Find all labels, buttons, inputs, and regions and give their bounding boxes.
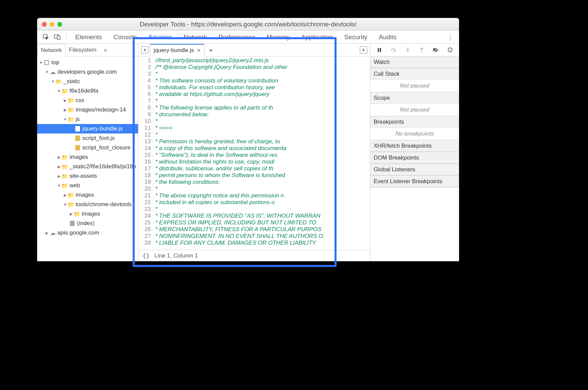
- pause-on-exceptions-icon[interactable]: [446, 46, 454, 54]
- tree-row-jquery-bundle[interactable]: jquery-bundle.js: [37, 124, 138, 133]
- cursor-position: Line 1, Column 1: [155, 252, 198, 259]
- inspect-element-icon[interactable]: [41, 32, 51, 42]
- folder-icon: 📁: [61, 182, 68, 189]
- code-viewer[interactable]: 1234567891011121314151617181920212223242…: [138, 56, 370, 250]
- folder-icon: 📁: [61, 164, 68, 170]
- tab-application[interactable]: Application: [297, 31, 338, 43]
- navigator-menu-icon[interactable]: ⋮: [128, 46, 138, 53]
- tree-row-top[interactable]: ▼top: [37, 58, 138, 67]
- tree-row-images1[interactable]: ▶📁images: [37, 152, 138, 162]
- xhr-header[interactable]: XHR/fetch Breakpoints: [370, 140, 459, 152]
- callstack-header[interactable]: Call Stack: [370, 68, 459, 80]
- scope-header[interactable]: Scope: [370, 92, 459, 104]
- svg-rect-2: [57, 36, 60, 40]
- global-header[interactable]: Global Listeners: [370, 164, 459, 175]
- pretty-print-icon[interactable]: {}: [142, 252, 150, 259]
- tree-row-static[interactable]: ▼📁_static: [37, 77, 138, 86]
- folder-icon: 📁: [68, 97, 74, 104]
- svg-point-6: [407, 51, 408, 52]
- folder-icon: 📁: [68, 201, 74, 208]
- svg-rect-3: [378, 48, 379, 52]
- file-icon: [74, 145, 81, 150]
- navigator-pane: Network Filesystem » ⋮ ▼top ▼☁developers…: [37, 44, 138, 261]
- editor-tabs: jquery-bundle.js ✕ »: [138, 44, 370, 56]
- separator: [66, 33, 66, 41]
- navigator-tab-filesystem[interactable]: Filesystem: [65, 44, 100, 56]
- device-toolbar-icon[interactable]: [53, 32, 62, 42]
- window-title: Developer Tools - https://developers.goo…: [37, 21, 459, 28]
- folder-icon: 📁: [68, 107, 74, 113]
- editor-statusbar: {} Line 1, Column 1: [138, 250, 370, 261]
- svg-point-5: [393, 51, 394, 52]
- tree-row-site-assets[interactable]: ▶📁site-assets: [37, 171, 138, 181]
- navigator-tabs: Network Filesystem » ⋮: [37, 44, 138, 56]
- show-navigator-icon[interactable]: [141, 46, 149, 54]
- editor-more-icon[interactable]: »: [206, 47, 216, 53]
- tree-row-script-foot[interactable]: script_foot.js: [37, 133, 138, 143]
- more-menu-icon[interactable]: ⋮: [446, 32, 455, 42]
- xhr-section: XHR/fetch Breakpoints: [370, 140, 459, 152]
- tree-row-hash[interactable]: ▼📁f6e16de9fa: [37, 86, 138, 96]
- tab-security[interactable]: Security: [340, 31, 372, 43]
- editor-file-tab[interactable]: jquery-bundle.js ✕: [150, 44, 205, 56]
- debugger-pane: Watch Call Stack Not paused Scope Not pa…: [370, 44, 459, 261]
- navigator-tab-network[interactable]: Network: [37, 44, 65, 56]
- navigator-more-icon[interactable]: »: [102, 47, 109, 53]
- tree-row-tools[interactable]: ▼📁tools/chrome-devtools: [37, 200, 138, 209]
- tree-row-static2[interactable]: ▶📁_static2/f6e16de9fa/jsi18n: [37, 162, 138, 171]
- step-into-icon[interactable]: [403, 46, 412, 54]
- minimize-window-button[interactable]: [50, 22, 54, 27]
- maximize-window-button[interactable]: [57, 22, 62, 27]
- tab-memory[interactable]: Memory: [262, 31, 295, 43]
- cloud-icon: ☁: [49, 229, 56, 237]
- frame-icon: [43, 60, 50, 65]
- folder-icon: 📁: [61, 173, 68, 179]
- scope-empty: Not paused: [370, 104, 459, 116]
- panels-body: Network Filesystem » ⋮ ▼top ▼☁developers…: [37, 44, 459, 261]
- editor-pane: jquery-bundle.js ✕ » 1234567891011121314…: [138, 44, 370, 261]
- debugger-toolbar: [370, 44, 459, 56]
- show-debugger-icon[interactable]: [360, 46, 367, 54]
- pause-icon[interactable]: [375, 46, 384, 54]
- tree-row-apis[interactable]: ▶☁apis.google.com: [37, 228, 138, 238]
- dom-header[interactable]: DOM Breakpoints: [370, 152, 459, 164]
- tree-row-host[interactable]: ▼☁developers.google.com: [37, 67, 138, 77]
- tree-row-tools-images[interactable]: ▶📁images: [37, 209, 138, 219]
- watch-header[interactable]: Watch: [370, 56, 459, 68]
- close-tab-icon[interactable]: ✕: [197, 48, 201, 53]
- scope-section: Scope Not paused: [370, 92, 459, 116]
- watch-section: Watch: [370, 56, 459, 68]
- close-window-button[interactable]: [42, 22, 47, 27]
- file-icon: [74, 126, 81, 131]
- folder-icon: 📁: [55, 78, 62, 85]
- folder-icon: 📁: [68, 192, 74, 198]
- breakpoints-header[interactable]: Breakpoints: [370, 116, 459, 128]
- titlebar: Developer Tools - https://developers.goo…: [37, 18, 459, 31]
- cloud-icon: ☁: [49, 69, 56, 76]
- editor-tab-label: jquery-bundle.js: [154, 47, 194, 54]
- devtools-window: Developer Tools - https://developers.goo…: [37, 18, 459, 261]
- tab-console[interactable]: Console: [109, 31, 142, 43]
- dom-section: DOM Breakpoints: [370, 152, 459, 164]
- callstack-empty: Not paused: [370, 80, 459, 92]
- callstack-section: Call Stack Not paused: [370, 68, 459, 92]
- tab-performance[interactable]: Performance: [214, 31, 260, 43]
- step-over-icon[interactable]: [389, 46, 398, 54]
- tree-row-js[interactable]: ▼📁js: [37, 115, 138, 124]
- tree-row-images-redesign[interactable]: ▶📁images/redesign-14: [37, 105, 138, 115]
- tree-row-css[interactable]: ▶📁css: [37, 96, 138, 105]
- tree-row-web-images[interactable]: ▶📁images: [37, 190, 138, 200]
- event-section: Event Listener Breakpoints: [370, 176, 459, 188]
- breakpoints-section: Breakpoints No breakpoints: [370, 116, 459, 140]
- tree-row-script-foot-closure[interactable]: script_foot_closure: [37, 143, 138, 152]
- step-out-icon[interactable]: [417, 46, 426, 54]
- deactivate-breakpoints-icon[interactable]: [431, 46, 440, 54]
- tree-row-index[interactable]: (index): [37, 219, 138, 228]
- tab-audits[interactable]: Audits: [374, 31, 401, 43]
- event-header[interactable]: Event Listener Breakpoints: [370, 176, 459, 187]
- tab-network[interactable]: Network: [179, 31, 212, 43]
- tab-sources[interactable]: Sources: [144, 31, 177, 43]
- file-icon: [74, 136, 81, 141]
- tab-elements[interactable]: Elements: [71, 31, 107, 43]
- tree-row-web[interactable]: ▼📁web: [37, 181, 138, 190]
